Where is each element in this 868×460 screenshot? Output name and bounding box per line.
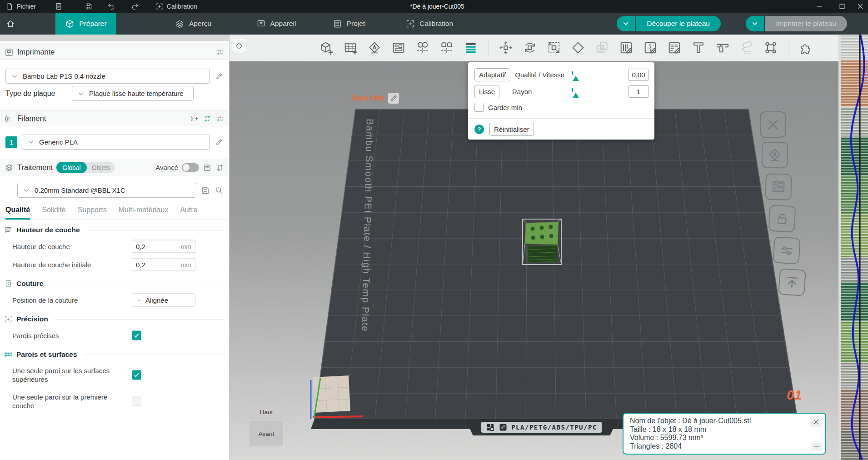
paint-supports-button[interactable] xyxy=(616,37,637,58)
tab-préparer[interactable]: Préparer xyxy=(55,13,116,35)
tab-label: Projet xyxy=(347,20,365,28)
filament-row: 1 Generic PLA xyxy=(0,135,229,150)
keep-min-checkbox[interactable] xyxy=(474,103,484,112)
process-tab-multi-matériaux[interactable]: Multi-matériaux xyxy=(119,206,168,220)
plate-settings-button[interactable] xyxy=(795,37,816,58)
y-axis-line xyxy=(314,378,320,418)
compare-presets-icon[interactable] xyxy=(215,163,224,172)
move-button[interactable] xyxy=(495,37,516,58)
split-objects-button[interactable] xyxy=(412,37,433,58)
tab-appareil[interactable]: Appareil xyxy=(245,13,307,35)
filament-settings-icon[interactable] xyxy=(215,114,224,123)
parameter-label: Position de la couture xyxy=(12,296,126,305)
edit-printer-icon[interactable] xyxy=(215,72,224,81)
scope-global[interactable]: Global xyxy=(56,162,86,173)
arrange-button[interactable] xyxy=(388,37,409,58)
rotate-button[interactable] xyxy=(519,37,540,58)
rename-plate-button[interactable] xyxy=(388,93,399,104)
save-button[interactable] xyxy=(85,0,93,13)
parameter-input[interactable]: 0,2mm xyxy=(132,258,195,271)
tab-aperçu[interactable]: Aperçu xyxy=(164,13,223,35)
slice-options-button[interactable] xyxy=(617,16,635,31)
home-button[interactable] xyxy=(0,13,21,35)
maximize-button[interactable] xyxy=(834,0,850,13)
wipe-area xyxy=(313,375,350,413)
advanced-toggle[interactable] xyxy=(182,163,199,172)
printer-settings-icon[interactable] xyxy=(215,48,224,57)
process-tab-solidité[interactable]: Solidité xyxy=(42,206,65,220)
arrange-button[interactable] xyxy=(765,173,792,200)
parameter-checkbox[interactable] xyxy=(132,370,141,380)
split-parts-button[interactable] xyxy=(436,37,457,58)
radius-value-input[interactable] xyxy=(628,85,649,98)
minimize-button[interactable] xyxy=(812,0,827,13)
undo-button[interactable] xyxy=(107,0,115,13)
info-minimize-button[interactable] xyxy=(811,443,822,451)
unlock-button[interactable] xyxy=(768,205,796,232)
adaptive-button[interactable]: Adaptatif xyxy=(474,68,510,81)
add-object-button[interactable] xyxy=(316,37,337,58)
place-on-face-button[interactable] xyxy=(568,37,589,58)
scale-button[interactable] xyxy=(544,37,564,58)
parameter-select[interactable]: Alignée xyxy=(132,294,195,307)
3d-viewport[interactable]: Bambu Smooth PEI Plate / High Temp Plate… xyxy=(229,35,838,460)
nav-face-top[interactable]: Haut xyxy=(249,404,283,420)
slice-plate-button[interactable]: Découper le plateau xyxy=(636,16,721,31)
nav-face-front[interactable]: Avant xyxy=(249,421,283,446)
filament-preset-select[interactable]: Generic PLA xyxy=(22,135,210,150)
printer-preset-select[interactable]: Bambu Lab P1S 0.4 nozzle xyxy=(5,69,210,84)
parameter-checkbox[interactable] xyxy=(132,397,141,406)
parameter-row: Une seule paroi sur les surfaces supérie… xyxy=(0,362,229,388)
auto-orient-button[interactable] xyxy=(364,37,385,58)
quality-value-input[interactable] xyxy=(628,69,649,81)
paint-seam-button[interactable] xyxy=(640,37,661,58)
scope-objects[interactable]: Objets xyxy=(87,164,115,171)
parameter-list-icon[interactable] xyxy=(203,163,212,172)
sync-ams-icon[interactable] xyxy=(203,114,212,123)
paint-pattern-button[interactable] xyxy=(664,37,685,58)
cut-button xyxy=(592,37,613,58)
reset-button[interactable]: Réinitialiser xyxy=(489,123,534,136)
menu-calibration[interactable]: Calibration xyxy=(155,0,197,13)
menu-file[interactable]: Fichier xyxy=(5,0,36,13)
send-top-button[interactable] xyxy=(778,268,806,296)
smooth-button[interactable]: Lisse xyxy=(474,85,499,98)
search-parameters-icon[interactable] xyxy=(215,186,224,195)
info-close-button[interactable] xyxy=(810,416,822,427)
strip-wave-overlay xyxy=(841,35,868,460)
sidebar-collapse-handle[interactable] xyxy=(232,39,246,53)
adjust-button[interactable] xyxy=(773,236,800,264)
tab-projet[interactable]: Projet xyxy=(323,13,375,35)
delete-button[interactable] xyxy=(760,111,786,138)
process-scope-toggle[interactable]: Global Objets xyxy=(56,162,115,173)
navigation-cube[interactable]: Haut Avant xyxy=(249,404,283,446)
help-icon[interactable]: ? xyxy=(474,125,484,134)
process-tab-qualité[interactable]: Qualité xyxy=(5,206,30,220)
print-button-group: Imprimer le plateau xyxy=(746,16,847,31)
auto-orient-button[interactable] xyxy=(762,142,788,169)
notes-button[interactable] xyxy=(55,0,63,13)
plate-name[interactable]: Sans titre xyxy=(351,93,399,104)
parameter-input[interactable]: 0,2mm xyxy=(132,240,195,253)
process-tab-autre[interactable]: Autre xyxy=(180,206,197,220)
parameter-checkbox[interactable] xyxy=(132,331,141,340)
add-plate-button[interactable] xyxy=(340,37,361,58)
redo-button[interactable] xyxy=(131,0,139,13)
process-tab-supports[interactable]: Supports xyxy=(78,206,107,220)
print-options-button[interactable] xyxy=(746,16,764,31)
tab-calibration[interactable]: Calibration xyxy=(394,13,464,35)
print-plate-button[interactable]: Imprimer le plateau xyxy=(765,16,847,31)
measure-button[interactable] xyxy=(712,37,733,58)
process-preset-select[interactable]: 0.20mm Standard @BBL X1C xyxy=(17,183,196,198)
adaptive-layer-height-button[interactable] xyxy=(460,37,481,58)
text-button[interactable] xyxy=(688,37,709,58)
save-preset-icon[interactable] xyxy=(201,186,210,195)
close-button[interactable] xyxy=(853,0,868,13)
add-filament-icon[interactable] xyxy=(190,114,199,123)
minus-icon xyxy=(812,442,821,451)
assembly-button[interactable] xyxy=(760,37,781,58)
edit-filament-icon[interactable] xyxy=(215,138,224,147)
model-die[interactable] xyxy=(523,219,561,265)
plate-type-select[interactable]: Plaque lisse haute température xyxy=(72,86,194,101)
walls-icon xyxy=(4,350,13,359)
